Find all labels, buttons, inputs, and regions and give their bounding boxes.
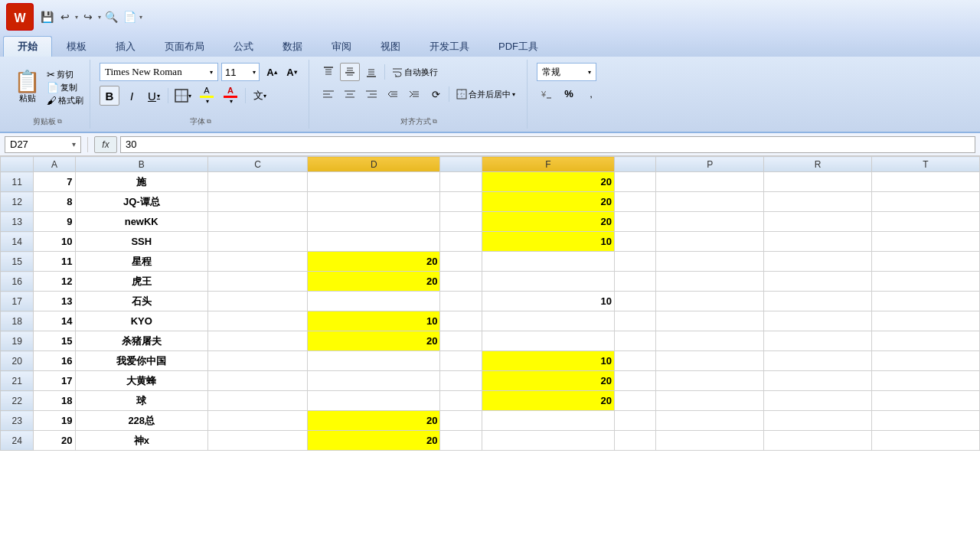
cell-d[interactable] [308, 351, 440, 371]
cell-t[interactable] [872, 252, 980, 272]
cell-e[interactable] [440, 292, 482, 311]
cell-a[interactable]: 14 [34, 311, 75, 331]
cell-p[interactable] [656, 411, 764, 431]
cell-d[interactable] [308, 371, 440, 391]
row-header[interactable]: 13 [1, 212, 34, 232]
fill-color-button[interactable]: A ▾ [196, 86, 217, 106]
row-header[interactable]: 16 [1, 272, 34, 292]
cell-g[interactable] [615, 351, 656, 371]
cell-f[interactable]: 10 [482, 351, 614, 371]
comma-button[interactable]: , [581, 84, 601, 103]
cell-e[interactable] [440, 232, 482, 252]
function-icon[interactable]: fx [94, 136, 117, 153]
currency-button[interactable]: ¥ [537, 84, 557, 103]
tab-pagelayout[interactable]: 页面布局 [150, 36, 219, 57]
cell-r[interactable] [764, 172, 872, 192]
cell-e[interactable] [440, 252, 482, 272]
cell-b[interactable]: 虎王 [75, 272, 207, 292]
cell-p[interactable] [656, 371, 764, 391]
cell-f[interactable] [482, 331, 614, 351]
row-header[interactable]: 12 [1, 192, 34, 212]
cell-b[interactable]: 施 [75, 172, 207, 192]
font-expand[interactable]: ⧉ [207, 118, 211, 126]
cell-r[interactable] [764, 411, 872, 431]
cell-c[interactable] [207, 331, 307, 351]
cell-r[interactable] [764, 331, 872, 351]
cell-d[interactable]: 20 [308, 252, 440, 272]
cell-t[interactable] [872, 212, 980, 232]
cell-f[interactable]: 20 [482, 172, 614, 192]
cut-button[interactable]: ✂ 剪切 [47, 69, 83, 80]
cell-t[interactable] [872, 411, 980, 431]
cell-b[interactable]: JQ-谭总 [75, 192, 207, 212]
clipboard-expand[interactable]: ⧉ [57, 118, 62, 126]
border-button[interactable]: ▾ [172, 86, 194, 106]
cell-t[interactable] [872, 431, 980, 451]
cell-e[interactable] [440, 311, 482, 331]
cell-ref-dropdown[interactable]: ▾ [72, 140, 76, 148]
decrease-indent-button[interactable] [383, 84, 403, 104]
cell-e[interactable] [440, 351, 482, 371]
row-header[interactable]: 22 [1, 391, 34, 411]
cell-r[interactable] [764, 351, 872, 371]
cell-b[interactable]: 大黄蜂 [75, 371, 207, 391]
cell-d[interactable] [308, 391, 440, 411]
cell-a[interactable]: 10 [34, 232, 75, 252]
cell-e[interactable] [440, 431, 482, 451]
cell-d[interactable] [308, 192, 440, 212]
undo-button[interactable]: ↩ [57, 8, 74, 25]
cell-c[interactable] [207, 172, 307, 192]
row-header[interactable]: 17 [1, 292, 34, 311]
cell-a[interactable]: 13 [34, 292, 75, 311]
cell-a[interactable]: 16 [34, 351, 75, 371]
col-header-t[interactable]: T [872, 157, 980, 172]
cell-c[interactable] [207, 272, 307, 292]
row-header[interactable]: 15 [1, 252, 34, 272]
increase-font-size-button[interactable]: A▴ [263, 63, 281, 81]
row-header[interactable]: 24 [1, 431, 34, 451]
col-header-a[interactable]: A [34, 157, 75, 172]
cell-e[interactable] [440, 411, 482, 431]
cell-a[interactable]: 19 [34, 411, 75, 431]
tab-view[interactable]: 视图 [366, 36, 415, 57]
col-header-p[interactable]: P [656, 157, 764, 172]
print-button[interactable]: 📄 [121, 8, 138, 25]
cell-b[interactable]: newKK [75, 212, 207, 232]
cell-t[interactable] [872, 331, 980, 351]
cell-g[interactable] [615, 411, 656, 431]
cell-c[interactable] [207, 192, 307, 212]
tab-data[interactable]: 数据 [268, 36, 317, 57]
save-button[interactable]: 💾 [38, 8, 55, 25]
cell-f[interactable] [482, 311, 614, 331]
cell-f[interactable]: 20 [482, 371, 614, 391]
cell-a[interactable]: 17 [34, 371, 75, 391]
print-preview-button[interactable]: 🔍 [103, 8, 119, 25]
cell-g[interactable] [615, 431, 656, 451]
cell-c[interactable] [207, 292, 307, 311]
text-center-button[interactable] [340, 84, 360, 104]
number-format-select[interactable]: 常规 ▾ [537, 63, 596, 81]
cell-f[interactable]: 20 [482, 391, 614, 411]
redo-dropdown[interactable]: ▾ [98, 14, 101, 21]
copy-button[interactable]: 📄 复制 [47, 82, 83, 93]
redo-button[interactable]: ↪ [80, 8, 96, 25]
cell-p[interactable] [656, 391, 764, 411]
col-header-g[interactable] [615, 157, 656, 172]
alignment-expand[interactable]: ⧉ [433, 118, 437, 126]
col-header-d[interactable]: D [308, 157, 440, 172]
cell-r[interactable] [764, 431, 872, 451]
cell-a[interactable]: 18 [34, 391, 75, 411]
cell-r[interactable] [764, 391, 872, 411]
cell-r[interactable] [764, 252, 872, 272]
cell-g[interactable] [615, 391, 656, 411]
cell-a[interactable]: 15 [34, 331, 75, 351]
cell-f[interactable]: 10 [482, 292, 614, 311]
cell-r[interactable] [764, 371, 872, 391]
align-top-button[interactable] [318, 63, 338, 81]
format-painter-button[interactable]: 🖌 格式刷 [47, 95, 83, 106]
cell-d[interactable]: 10 [308, 311, 440, 331]
font-size-select[interactable]: 11 ▾ [221, 63, 260, 81]
cell-d[interactable]: 20 [308, 331, 440, 351]
underline-button[interactable]: U▾ [144, 86, 164, 106]
tab-review[interactable]: 审阅 [317, 36, 366, 57]
